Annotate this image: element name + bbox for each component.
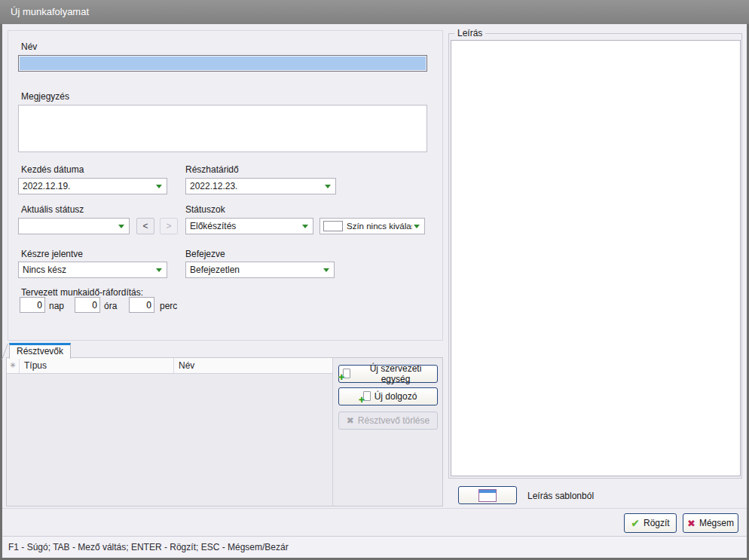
- check-icon: ✔: [631, 518, 640, 528]
- status-bar: F1 - Súgó; TAB - Mező váltás; ENTER - Rö…: [2, 536, 747, 558]
- description-template-label: Leírás sablonból: [527, 491, 594, 501]
- new-workflow-dialog: Új munkafolyamat Név Megjegyzés Kezdés d…: [0, 0, 749, 560]
- start-date-value: 2022.12.19.: [23, 179, 153, 194]
- delete-participant-label: Résztvevő törlése: [358, 415, 430, 426]
- window-template-icon: [478, 489, 497, 502]
- titlebar[interactable]: Új munkafolyamat: [0, 0, 749, 24]
- window-border-left: [0, 24, 2, 560]
- current-status-label: Aktuális státusz: [21, 204, 84, 215]
- delete-x-icon: ✖: [347, 416, 354, 425]
- delete-participant-button[interactable]: ✖ Résztvevő törlése: [338, 412, 438, 430]
- chevron-down-icon: [302, 225, 308, 228]
- reported-done-label: Készre jelentve: [21, 249, 83, 259]
- new-org-unit-button[interactable]: ✚ Új szervezeti egység: [338, 365, 438, 383]
- column-header-nev[interactable]: Név: [174, 358, 332, 373]
- hours-input[interactable]: [75, 297, 100, 313]
- column-header-tipus[interactable]: Típus: [20, 358, 174, 373]
- add-document-icon: ✚: [359, 391, 371, 402]
- cancel-label: Mégsem: [699, 518, 734, 528]
- participants-divider: [332, 358, 333, 506]
- finished-value: Befejezetlen: [190, 262, 320, 277]
- description-textarea[interactable]: [451, 40, 741, 476]
- chevron-down-icon: [156, 185, 162, 188]
- finished-select[interactable]: Befejezetlen: [185, 262, 335, 278]
- new-worker-label: Új dolgozó: [374, 391, 417, 402]
- asterisk-icon: ✳: [7, 358, 20, 373]
- current-status-select[interactable]: [18, 218, 130, 234]
- statuses-value: Előkészítés: [190, 219, 299, 234]
- footer-divider: [2, 508, 747, 509]
- description-label: Leírás: [454, 28, 485, 38]
- tab-participants[interactable]: Résztvevők: [9, 343, 71, 359]
- status-bar-text: F1 - Súgó; TAB - Mező váltás; ENTER - Rö…: [8, 537, 289, 558]
- statuses-label: Státuszok: [185, 204, 225, 215]
- days-input[interactable]: [20, 297, 45, 313]
- deadline-value: 2022.12.23.: [190, 179, 322, 194]
- status-color-value: Szín nincs kiválaszt: [347, 219, 412, 234]
- description-template-button[interactable]: [458, 486, 517, 504]
- status-next-button[interactable]: >: [160, 218, 178, 234]
- chevron-down-icon: [118, 225, 124, 228]
- minutes-input[interactable]: [129, 297, 154, 313]
- chevron-down-icon: [323, 268, 329, 272]
- cancel-button[interactable]: ✖ Mégsem: [683, 513, 738, 533]
- start-date-select[interactable]: 2022.12.19.: [18, 178, 167, 194]
- hours-unit-label: óra: [104, 301, 117, 311]
- planned-time-label: Tervezett munkaidő-ráfordítás:: [21, 287, 143, 298]
- new-org-unit-label: Új szervezeti egység: [354, 363, 437, 384]
- chevron-down-icon: [156, 268, 162, 272]
- name-input[interactable]: [18, 55, 427, 72]
- comment-textarea[interactable]: [18, 105, 427, 152]
- chevron-down-icon: [325, 185, 331, 188]
- reported-done-select[interactable]: Nincs kész: [18, 262, 167, 278]
- chevron-down-icon: [414, 225, 420, 228]
- save-button[interactable]: ✔ Rögzít: [624, 513, 677, 533]
- deadline-label: Részhatáridő: [185, 164, 239, 175]
- save-label: Rögzít: [644, 518, 670, 528]
- status-color-select[interactable]: Szín nincs kiválaszt: [319, 218, 425, 234]
- comment-label: Megjegyzés: [21, 91, 69, 102]
- finished-label: Befejezve: [185, 249, 225, 259]
- cancel-x-icon: ✖: [687, 519, 696, 528]
- start-date-label: Kezdés dátuma: [21, 164, 84, 175]
- new-worker-button[interactable]: ✚ Új dolgozó: [338, 387, 438, 405]
- days-unit-label: nap: [49, 301, 64, 311]
- add-document-icon: ✚: [339, 369, 350, 380]
- minutes-unit-label: perc: [160, 301, 177, 311]
- tab-participants-label: Résztvevők: [17, 346, 63, 357]
- statuses-select[interactable]: Előkészítés: [185, 218, 313, 234]
- color-swatch: [323, 221, 343, 231]
- participants-table-header[interactable]: ✳ Típus Név: [7, 358, 332, 374]
- window-title: Új munkafolyamat: [11, 0, 89, 24]
- reported-done-value: Nincs kész: [23, 262, 153, 277]
- status-prev-button[interactable]: <: [136, 218, 154, 234]
- deadline-select[interactable]: 2022.12.23.: [185, 178, 336, 194]
- name-label: Név: [21, 41, 37, 52]
